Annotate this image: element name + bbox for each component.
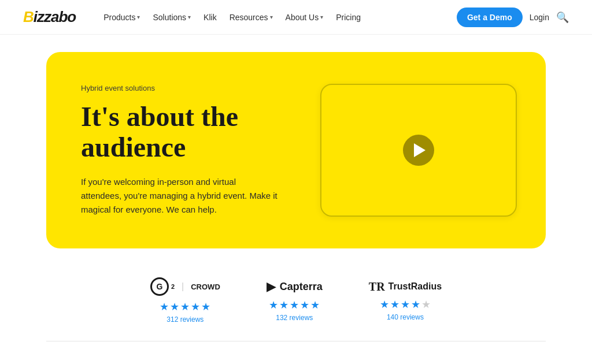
video-card[interactable] [320, 84, 517, 217]
star-5: ★ [201, 300, 210, 313]
trustradius-brand: TR TrustRadius [369, 280, 442, 294]
review-trustradius: TR TrustRadius ★ ★ ★ ★ ★ 140 reviews [369, 280, 442, 321]
hero-title: It's about the audience [81, 102, 297, 163]
review-capterra: ▶ Capterra ★ ★ ★ ★ ★ 132 reviews [267, 279, 323, 322]
hero-description: If you're welcoming in-person and virtua… [81, 175, 278, 217]
hero-section: Hybrid event solutions It's about the au… [0, 35, 592, 260]
chevron-down-icon: ▾ [270, 14, 273, 20]
star-1: ★ [269, 299, 278, 311]
hero-label: Hybrid event solutions [81, 84, 297, 92]
capterra-stars: ★ ★ ★ ★ ★ [269, 299, 320, 311]
trustradius-stars: ★ ★ ★ ★ ★ [380, 298, 431, 311]
g2crowd-count: 312 reviews [166, 315, 204, 324]
superscript-2: 2 [171, 283, 175, 290]
trustradius-label: TrustRadius [388, 281, 442, 292]
tr-icon: TR [369, 280, 385, 294]
star-4: ★ [191, 300, 200, 313]
play-button[interactable] [403, 135, 434, 166]
nav-label-klik: Klik [204, 13, 217, 22]
star-3: ★ [401, 298, 410, 311]
nav-actions: Get a Demo Login 🔍 [457, 8, 569, 27]
star-1: ★ [160, 300, 169, 313]
trustradius-count: 140 reviews [387, 313, 424, 321]
separator: | [182, 281, 184, 292]
capterra-count: 132 reviews [276, 314, 313, 322]
nav-item-klik[interactable]: Klik [199, 9, 221, 25]
nav-label-pricing: Pricing [336, 13, 361, 22]
capterra-icon: ▶ [267, 279, 276, 294]
search-icon[interactable]: 🔍 [556, 11, 569, 24]
g2-circle-icon: G [150, 277, 169, 296]
reviews-section: G 2 | CROWD ★ ★ ★ ★ ★ 312 reviews ▶ Capt… [0, 260, 592, 335]
star-2: ★ [170, 300, 179, 313]
capterra-brand: ▶ Capterra [267, 279, 323, 294]
star-4: ★ [300, 299, 309, 311]
review-g2crowd: G 2 | CROWD ★ ★ ★ ★ ★ 312 reviews [150, 277, 220, 324]
nav-item-about[interactable]: About Us ▾ [281, 9, 328, 25]
section-divider [46, 341, 546, 341]
g2crowd-stars: ★ ★ ★ ★ ★ [160, 300, 210, 313]
nav-item-products[interactable]: Products ▾ [99, 9, 145, 25]
star-4: ★ [411, 298, 420, 311]
nav-links: Products ▾ Solutions ▾ Klik Resources ▾ … [99, 9, 457, 25]
hero-card: Hybrid event solutions It's about the au… [46, 52, 546, 248]
nav-label-resources: Resources [230, 13, 268, 22]
nav-label-solutions: Solutions [153, 13, 186, 22]
get-demo-button[interactable]: Get a Demo [457, 8, 523, 27]
chevron-down-icon: ▾ [320, 14, 323, 20]
star-5: ★ [310, 299, 320, 311]
star-5: ★ [421, 298, 431, 311]
chevron-down-icon: ▾ [137, 14, 140, 20]
nav-item-solutions[interactable]: Solutions ▾ [148, 9, 195, 25]
star-2: ★ [390, 298, 399, 311]
g2crowd-label: CROWD [191, 283, 220, 291]
g2-logo: G 2 [150, 277, 175, 296]
nav-item-resources[interactable]: Resources ▾ [225, 9, 278, 25]
nav-label-products: Products [103, 13, 135, 22]
star-3: ★ [290, 299, 299, 311]
brand-logo[interactable]: Bizzabo [23, 8, 76, 26]
nav-label-about: About Us [286, 13, 319, 22]
hero-text: Hybrid event solutions It's about the au… [81, 84, 297, 217]
g2crowd-brand: G 2 | CROWD [150, 277, 220, 296]
play-icon [414, 143, 426, 157]
star-2: ★ [279, 299, 288, 311]
nav-item-pricing[interactable]: Pricing [331, 9, 365, 25]
navbar: Bizzabo Products ▾ Solutions ▾ Klik Reso… [0, 0, 592, 35]
capterra-label: Capterra [280, 281, 323, 293]
login-button[interactable]: Login [530, 13, 549, 22]
star-1: ★ [380, 298, 389, 311]
chevron-down-icon: ▾ [188, 14, 191, 20]
star-3: ★ [180, 300, 190, 313]
